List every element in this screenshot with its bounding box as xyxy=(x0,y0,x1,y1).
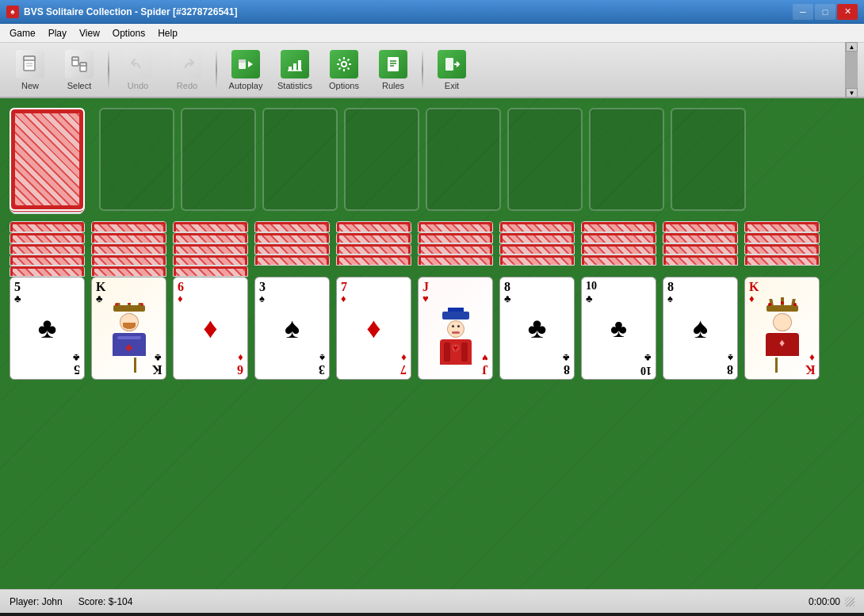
svg-point-16 xyxy=(342,63,346,66)
autoplay-button[interactable]: Autoplay xyxy=(222,45,270,94)
rules-icon xyxy=(379,50,407,78)
select-button[interactable]: Select xyxy=(55,45,103,94)
redo-button[interactable]: Redo xyxy=(163,45,211,94)
menu-options[interactable]: Options xyxy=(106,26,151,40)
window-title: BVS Solitaire Collection - Spider [#3278… xyxy=(24,6,237,17)
toolbar: New Select Undo xyxy=(0,43,864,98)
autoplay-label: Autoplay xyxy=(229,81,263,90)
foundation-slot-2[interactable] xyxy=(181,108,256,211)
svg-line-24 xyxy=(339,67,341,69)
exit-label: Exit xyxy=(445,81,459,90)
svg-marker-10 xyxy=(248,61,253,67)
svg-rect-5 xyxy=(72,57,78,60)
new-icon xyxy=(16,50,44,78)
svg-rect-1 xyxy=(24,56,35,60)
svg-line-23 xyxy=(348,59,350,60)
menubar: Game Play View Options Help xyxy=(0,24,864,43)
titlebar-left: ♠ BVS Solitaire Collection - Spider [#32… xyxy=(6,6,237,18)
toolbar-scroll-down[interactable]: ▼ xyxy=(846,88,858,98)
toolbar-scroll-up[interactable]: ▲ xyxy=(846,42,858,52)
toolbar-sep-2 xyxy=(216,50,217,90)
svg-line-21 xyxy=(339,59,341,60)
stock-pile[interactable] xyxy=(10,108,85,211)
undo-button[interactable]: Undo xyxy=(114,45,162,94)
svg-rect-12 xyxy=(293,63,296,71)
resize-grip[interactable] xyxy=(845,597,854,606)
statusbar: Player: John Score: $-104 0:00:00 xyxy=(0,589,864,613)
foundation-slot-3[interactable] xyxy=(262,108,338,211)
foundation-slot-1[interactable] xyxy=(99,108,174,211)
exit-icon xyxy=(438,50,466,78)
new-label: New xyxy=(21,81,39,90)
options-icon xyxy=(330,50,358,78)
svg-line-22 xyxy=(348,67,350,69)
menu-game[interactable]: Game xyxy=(3,26,42,40)
toolbar-sep-3 xyxy=(422,50,423,90)
svg-rect-9 xyxy=(239,59,246,63)
foundation-slot-7[interactable] xyxy=(589,108,664,211)
foundation-area xyxy=(99,108,746,211)
svg-rect-25 xyxy=(388,57,399,71)
rules-button[interactable]: Rules xyxy=(369,45,417,94)
maximize-button[interactable]: □ xyxy=(815,4,835,20)
new-button[interactable]: New xyxy=(6,45,54,94)
options-button[interactable]: Options xyxy=(320,45,368,94)
statistics-icon xyxy=(281,50,309,78)
foundation-slot-8[interactable] xyxy=(671,108,746,211)
undo-label: Undo xyxy=(128,81,148,90)
app-icon: ♠ xyxy=(6,6,19,18)
player-label: Player: John xyxy=(10,596,63,607)
foundation-slot-5[interactable] xyxy=(426,108,501,211)
svg-rect-29 xyxy=(445,58,453,71)
svg-rect-7 xyxy=(80,63,86,66)
menu-view[interactable]: View xyxy=(73,26,106,40)
select-icon xyxy=(65,50,94,78)
redo-icon xyxy=(173,50,201,78)
redo-label: Redo xyxy=(177,81,197,90)
close-button[interactable]: ✕ xyxy=(837,4,858,20)
toolbar-scrollbar[interactable]: ▲ ▼ xyxy=(845,42,858,98)
statusbar-time: 0:00:00 xyxy=(809,596,840,607)
autoplay-icon xyxy=(231,50,260,78)
statistics-label: Statistics xyxy=(277,81,312,90)
select-label: Select xyxy=(67,81,92,90)
score-label: Score: $-104 xyxy=(78,596,133,607)
foundation-slot-6[interactable] xyxy=(507,108,583,211)
app-icon-symbol: ♠ xyxy=(10,7,14,16)
game-area: 5 ♣ 5 ♣ ♣ K ♣ K ♣ xyxy=(0,98,864,589)
undo-icon xyxy=(124,50,152,78)
statistics-button[interactable]: Statistics xyxy=(271,45,319,94)
exit-button[interactable]: Exit xyxy=(428,45,476,94)
options-label: Options xyxy=(329,81,359,90)
svg-rect-13 xyxy=(298,60,301,71)
titlebar-controls: ─ □ ✕ xyxy=(793,4,858,20)
minimize-button[interactable]: ─ xyxy=(793,4,813,20)
toolbar-sep-1 xyxy=(108,50,109,90)
menu-help[interactable]: Help xyxy=(151,26,184,40)
statusbar-player-score: Player: John Score: $-104 xyxy=(10,596,132,607)
rules-label: Rules xyxy=(382,81,404,90)
foundation-slot-4[interactable] xyxy=(344,108,419,211)
titlebar: ♠ BVS Solitaire Collection - Spider [#32… xyxy=(0,0,864,24)
menu-play[interactable]: Play xyxy=(42,26,73,40)
